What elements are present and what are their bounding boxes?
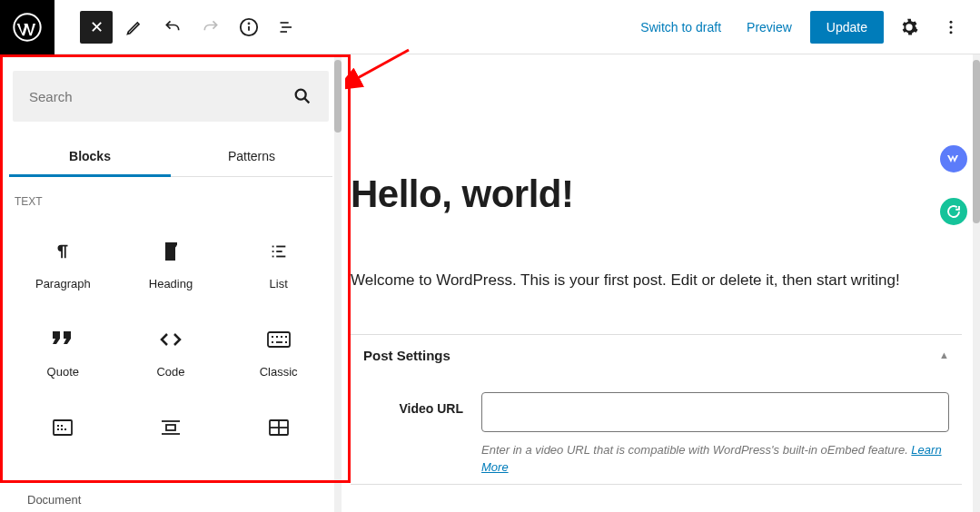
list-icon xyxy=(269,239,289,264)
preformatted-icon xyxy=(53,415,73,440)
svg-point-7 xyxy=(950,20,953,23)
block-label: List xyxy=(270,277,288,290)
block-search-box[interactable] xyxy=(13,71,329,122)
block-classic[interactable]: Classic xyxy=(224,309,332,397)
table-icon xyxy=(269,415,289,440)
options-button[interactable] xyxy=(935,11,967,44)
paragraph-icon xyxy=(53,239,73,264)
block-label: Classic xyxy=(260,365,298,379)
editor-canvas[interactable]: Hello, world! Welcome to WordPress. This… xyxy=(342,54,980,512)
switch-to-draft-link[interactable]: Switch to draft xyxy=(628,11,734,44)
annotation-arrow xyxy=(345,45,418,91)
preview-link[interactable]: Preview xyxy=(734,11,805,44)
undo-button[interactable] xyxy=(156,11,189,44)
block-label: Quote xyxy=(47,365,79,379)
video-url-help-text: Enter in a video URL that is compatible … xyxy=(481,441,949,477)
section-label-text: TEXT xyxy=(9,177,332,221)
wordpress-logo[interactable] xyxy=(0,0,54,54)
post-body-paragraph[interactable]: Welcome to WordPress. This is your first… xyxy=(351,269,971,292)
search-icon xyxy=(292,86,312,106)
svg-rect-21 xyxy=(268,332,290,347)
heading-icon xyxy=(163,239,179,264)
settings-button[interactable] xyxy=(893,11,926,44)
video-url-label: Video URL xyxy=(363,392,481,416)
block-pullquote[interactable] xyxy=(117,397,225,471)
content-scrollbar[interactable] xyxy=(973,54,980,512)
classic-icon xyxy=(267,327,291,352)
svg-point-3 xyxy=(249,23,250,24)
grammarly-badge[interactable] xyxy=(940,198,967,225)
svg-rect-33 xyxy=(166,425,175,430)
pullquote-icon xyxy=(161,415,181,440)
tab-blocks[interactable]: Blocks xyxy=(9,136,171,176)
svg-rect-29 xyxy=(54,420,72,435)
document-path[interactable]: Document xyxy=(27,493,81,507)
plugin-badge-blue[interactable] xyxy=(940,145,967,172)
video-url-input[interactable] xyxy=(481,392,949,432)
block-label: Heading xyxy=(149,277,193,290)
block-quote[interactable]: Quote xyxy=(9,309,117,397)
collapse-icon: ▲ xyxy=(939,350,949,360)
block-label: Paragraph xyxy=(35,277,91,290)
info-button[interactable] xyxy=(233,11,265,44)
inserter-scrollbar[interactable] xyxy=(334,54,342,512)
tab-patterns[interactable]: Patterns xyxy=(171,136,332,176)
block-inserter-panel: Blocks Patterns TEXT Paragraph Heading L… xyxy=(0,54,342,512)
close-icon: ✕ xyxy=(90,17,104,37)
post-settings-title: Post Settings xyxy=(363,348,939,363)
update-button[interactable]: Update xyxy=(810,11,884,44)
block-code[interactable]: Code xyxy=(117,309,225,397)
close-inserter-button[interactable]: ✕ xyxy=(80,11,113,44)
svg-line-11 xyxy=(304,98,309,103)
quote-icon xyxy=(53,327,73,352)
post-title[interactable]: Hello, world! xyxy=(351,172,971,216)
block-paragraph[interactable]: Paragraph xyxy=(9,221,117,309)
svg-line-39 xyxy=(354,50,409,80)
block-search-input[interactable] xyxy=(29,89,292,104)
post-settings-header[interactable]: Post Settings ▲ xyxy=(356,335,956,376)
block-heading[interactable]: Heading xyxy=(117,221,225,309)
svg-point-8 xyxy=(950,25,953,28)
block-label: Code xyxy=(156,365,184,379)
edit-tool-button[interactable] xyxy=(118,11,151,44)
outline-button[interactable] xyxy=(271,11,303,44)
block-preformatted[interactable] xyxy=(9,397,117,471)
block-table[interactable] xyxy=(224,397,332,471)
block-list[interactable]: List xyxy=(224,221,332,309)
code-icon xyxy=(160,327,182,352)
svg-point-9 xyxy=(950,31,953,34)
svg-point-10 xyxy=(296,90,306,100)
redo-button[interactable] xyxy=(194,11,227,44)
post-settings-panel: Post Settings ▲ Video URL Enter in a vid… xyxy=(351,334,962,485)
